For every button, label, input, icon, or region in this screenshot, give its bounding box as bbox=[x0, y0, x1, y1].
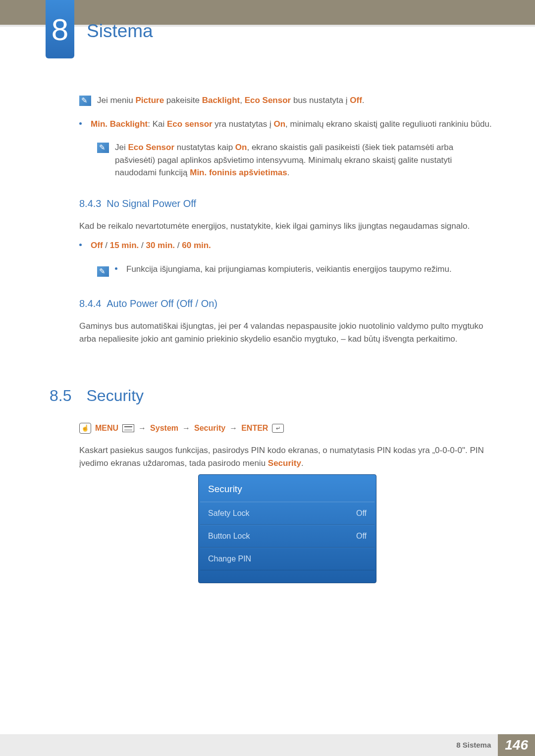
path-system: System bbox=[150, 422, 178, 434]
note-row-1: Jei meniu Picture pakeisite Backlight, E… bbox=[79, 94, 495, 111]
arrow-icon: → bbox=[138, 422, 146, 434]
section-number: 8.5 bbox=[50, 384, 71, 407]
arrow-icon: → bbox=[229, 422, 237, 434]
path-security: Security bbox=[194, 422, 225, 434]
text: Jei bbox=[115, 143, 128, 152]
keyword-eco-sensor: Eco Sensor bbox=[128, 143, 174, 152]
section-85-heading: 8.5 Security bbox=[50, 384, 495, 407]
bullet-options: Off / 15 min. / 30 min. / 60 min. bbox=[79, 239, 495, 256]
arrow-icon: → bbox=[182, 422, 190, 434]
keyword-eco-sensor: Eco Sensor bbox=[245, 96, 291, 105]
remote-icon: ☝ bbox=[79, 423, 91, 434]
note-icon bbox=[79, 96, 91, 106]
keyword-off: Off bbox=[350, 96, 362, 105]
note-1-text: Jei meniu Picture pakeisite Backlight, E… bbox=[97, 94, 365, 107]
sep: / bbox=[139, 241, 146, 250]
keyword-picture: Picture bbox=[135, 96, 164, 105]
menu-bars-icon bbox=[122, 424, 134, 432]
keyword-on: On bbox=[273, 119, 285, 129]
keyword-eco-sensor: Eco sensor bbox=[167, 119, 213, 129]
row-value: Off bbox=[356, 530, 367, 542]
panel-spacer bbox=[200, 570, 374, 581]
path-enter: ENTER bbox=[241, 422, 268, 434]
note-row-3: Funkcija išjungiama, kai prijungiamas ko… bbox=[97, 263, 495, 280]
section-title: Security bbox=[86, 384, 144, 407]
section-843-heading: 8.4.3 No Signal Power Off bbox=[79, 196, 495, 211]
text: Jei meniu bbox=[97, 96, 135, 105]
bullet-dot-icon bbox=[79, 244, 82, 246]
keyword-on: On bbox=[235, 143, 247, 152]
options-text: Off / 15 min. / 30 min. / 60 min. bbox=[91, 239, 211, 252]
section-844-desc: Gaminys bus automatiškai išjungtas, jei … bbox=[79, 320, 495, 345]
nested-bullet: Funkcija išjungiama, kai prijungiamas ko… bbox=[115, 263, 452, 280]
page-footer: 8 Sistema 146 bbox=[0, 734, 535, 756]
keyword-min-foninis: Min. foninis apšvietimas bbox=[190, 168, 287, 177]
section-title: No Signal Power Off bbox=[107, 198, 196, 209]
chapter-title: Sistema bbox=[87, 17, 153, 45]
text: yra nustatytas į bbox=[213, 119, 274, 129]
option-30: 30 min. bbox=[146, 241, 175, 250]
footer-chapter-label: 8 Sistema bbox=[449, 734, 498, 756]
text: nustatytas kaip bbox=[174, 143, 235, 152]
panel-header: Security bbox=[200, 476, 374, 502]
content-area: Jei meniu Picture pakeisite Backlight, E… bbox=[79, 94, 495, 583]
enter-icon: ↵ bbox=[272, 424, 284, 433]
text: , minimalų ekrano skaistį galite reguliu… bbox=[285, 119, 492, 129]
note-icon bbox=[97, 143, 109, 153]
row-label: Change PIN bbox=[208, 553, 251, 565]
section-title: Auto Power Off (Off / On) bbox=[107, 298, 217, 309]
text: bus nustatyta į bbox=[291, 96, 350, 105]
keyword-security: Security bbox=[268, 458, 301, 468]
section-844-heading: 8.4.4 Auto Power Off (Off / On) bbox=[79, 296, 495, 311]
chapter-tab: 8 bbox=[46, 0, 74, 58]
keyword-backlight: Backlight bbox=[202, 96, 240, 105]
text: : Kai bbox=[148, 119, 167, 129]
text: . bbox=[301, 458, 304, 468]
bullet-min-backlight: Min. Backlight: Kai Eco sensor yra nusta… bbox=[79, 118, 495, 135]
footer-page-number: 146 bbox=[498, 734, 535, 756]
security-menu-panel: Security Safety Lock Off Button Lock Off… bbox=[198, 474, 376, 583]
note-2-text: Jei Eco Sensor nustatytas kaip On, ekran… bbox=[115, 141, 495, 179]
chapter-number: 8 bbox=[52, 6, 68, 52]
section-number: 8.4.3 bbox=[79, 198, 101, 209]
menu-label: MENU bbox=[95, 422, 118, 434]
panel-row-button-lock[interactable]: Button Lock Off bbox=[200, 525, 374, 548]
bullet-dot-icon bbox=[115, 267, 117, 270]
section-number: 8.4.4 bbox=[79, 298, 101, 309]
text: . bbox=[287, 168, 290, 177]
section-85-desc: Kaskart pasiekus saugos funkcijas, pasir… bbox=[79, 444, 495, 469]
keyword-min-backlight: Min. Backlight bbox=[91, 119, 148, 129]
top-strip bbox=[0, 0, 535, 27]
option-60: 60 min. bbox=[182, 241, 211, 250]
bullet-text: Min. Backlight: Kai Eco sensor yra nusta… bbox=[91, 118, 492, 131]
bullet-dot-icon bbox=[79, 122, 82, 125]
row-label: Button Lock bbox=[208, 530, 250, 542]
text: . bbox=[362, 96, 365, 105]
note-icon bbox=[97, 266, 109, 277]
sep: / bbox=[103, 241, 110, 250]
row-label: Safety Lock bbox=[208, 507, 250, 519]
option-15: 15 min. bbox=[110, 241, 139, 250]
section-843-desc: Kad be reikalo nevartotumėte energijos, … bbox=[79, 220, 495, 233]
panel-row-change-pin[interactable]: Change PIN bbox=[200, 548, 374, 570]
menu-navigation-path: ☝ MENU → System → Security → ENTER ↵ bbox=[79, 422, 495, 434]
note-row-2: Jei Eco Sensor nustatytas kaip On, ekran… bbox=[97, 141, 495, 183]
note-3-text: Funkcija išjungiama, kai prijungiamas ko… bbox=[126, 263, 452, 276]
text: , bbox=[240, 96, 244, 105]
row-value: Off bbox=[356, 507, 367, 519]
text: pakeisite bbox=[164, 96, 202, 105]
sep: / bbox=[175, 241, 182, 250]
option-off: Off bbox=[91, 241, 103, 250]
panel-row-safety-lock[interactable]: Safety Lock Off bbox=[200, 502, 374, 525]
